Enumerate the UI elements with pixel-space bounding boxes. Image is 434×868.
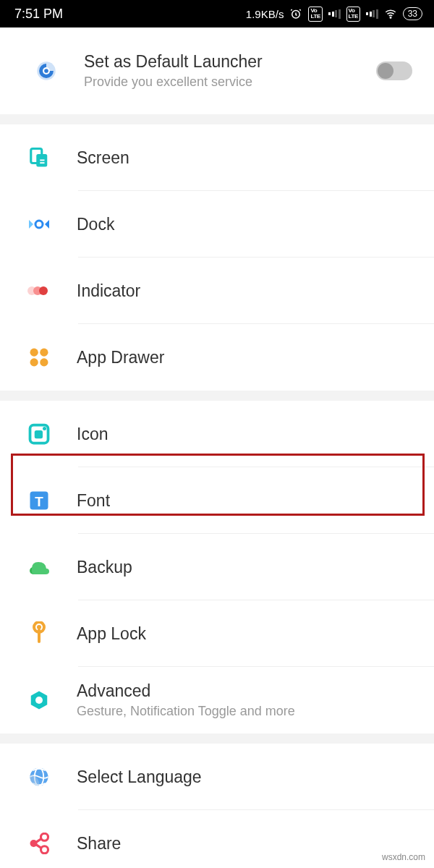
row-font[interactable]: T Font: [0, 467, 434, 534]
svg-rect-13: [30, 349, 38, 357]
default-launcher-title: Set as Default Launcher: [84, 52, 376, 72]
svg-rect-18: [35, 430, 43, 438]
svg-rect-15: [30, 358, 38, 366]
row-default-launcher[interactable]: Set as Default Launcher Provide you exce…: [0, 27, 434, 114]
signal-bars-2: [366, 9, 378, 19]
svg-point-27: [35, 697, 43, 704]
indicator-icon: [26, 278, 52, 304]
row-label: App Drawer: [77, 348, 412, 367]
row-backup[interactable]: Backup: [0, 534, 434, 600]
svg-line-33: [36, 838, 42, 842]
svg-line-34: [36, 845, 42, 848]
row-label: Select Language: [77, 767, 412, 787]
appdrawer-icon: [26, 344, 52, 370]
row-indicator[interactable]: Indicator: [0, 258, 434, 324]
volte-icon-1: VoLTE: [308, 7, 323, 22]
svg-rect-8: [40, 162, 44, 163]
svg-rect-16: [40, 358, 48, 366]
svg-point-9: [35, 221, 43, 228]
row-label: App Lock: [77, 624, 412, 644]
row-label: Backup: [77, 558, 412, 577]
row-applock[interactable]: App Lock: [0, 600, 434, 667]
default-launcher-toggle[interactable]: [376, 61, 412, 80]
svg-point-1: [390, 17, 391, 19]
applock-icon: [26, 621, 52, 647]
svg-rect-25: [38, 629, 41, 643]
row-advanced[interactable]: Advanced Gesture, Notification Toggle an…: [0, 667, 434, 733]
row-language[interactable]: Select Language: [0, 744, 434, 810]
svg-point-4: [44, 69, 48, 73]
row-icon[interactable]: Icon: [0, 401, 434, 467]
globe-icon: [26, 764, 52, 790]
svg-point-12: [39, 286, 48, 295]
row-subtitle: Gesture, Notification Toggle and more: [77, 704, 412, 719]
row-label: Advanced: [77, 681, 412, 701]
row-label: Indicator: [77, 281, 412, 301]
volte-icon-2: VoLTE: [346, 7, 361, 22]
status-icons: 1.9KB/s VoLTE VoLTE 33: [246, 7, 422, 22]
status-bar: 7:51 PM 1.9KB/s VoLTE VoLTE 33: [0, 0, 434, 27]
net-speed: 1.9KB/s: [246, 8, 284, 20]
row-label: Font: [77, 491, 412, 511]
screen-icon: [26, 145, 52, 171]
signal-bars-1: [328, 9, 341, 19]
watermark: wsxdn.com: [382, 852, 425, 862]
row-appdrawer[interactable]: App Drawer: [0, 324, 434, 391]
svg-rect-14: [40, 349, 48, 357]
font-icon: T: [26, 488, 52, 514]
alarm-icon: [289, 7, 302, 20]
settings-list: Set as Default Launcher Provide you exce…: [0, 27, 434, 868]
row-dock[interactable]: Dock: [0, 191, 434, 258]
svg-point-19: [43, 427, 46, 430]
settings-gear-icon: [33, 58, 59, 84]
svg-text:T: T: [35, 494, 43, 509]
status-time: 7:51 PM: [14, 7, 63, 22]
row-share[interactable]: Share: [0, 810, 434, 868]
row-label: Icon: [77, 425, 412, 444]
share-icon: [26, 830, 52, 856]
backup-icon: [26, 554, 52, 580]
icon-icon: [26, 421, 52, 447]
default-launcher-subtitle: Provide you excellent service: [84, 75, 376, 90]
row-label: Share: [77, 834, 412, 854]
row-label: Dock: [77, 215, 412, 234]
svg-rect-7: [40, 160, 44, 161]
wifi-icon: [384, 7, 397, 20]
dock-icon: [26, 211, 52, 237]
row-label: Screen: [77, 148, 412, 168]
battery-icon: 33: [403, 7, 422, 20]
row-screen[interactable]: Screen: [0, 124, 434, 191]
advanced-icon: [26, 687, 52, 713]
